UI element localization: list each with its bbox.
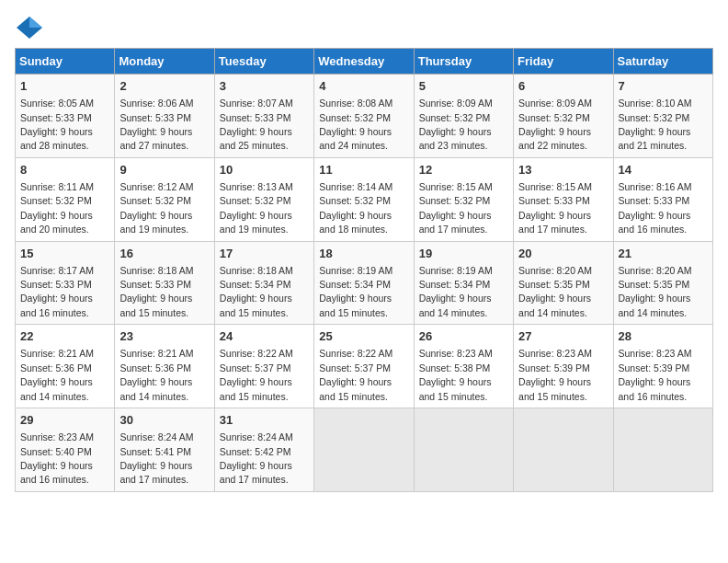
day-info: Sunrise: 8:08 AMSunset: 5:32 PMDaylight:… [319,98,392,151]
day-number: 29 [20,412,109,429]
calendar-cell: 19 Sunrise: 8:19 AMSunset: 5:34 PMDaylig… [414,241,513,325]
day-number: 20 [518,246,608,262]
calendar-cell [514,408,613,492]
calendar-cell: 20 Sunrise: 8:20 AMSunset: 5:35 PMDaylig… [514,241,613,325]
day-info: Sunrise: 8:21 AMSunset: 5:36 PMDaylight:… [20,348,94,401]
day-info: Sunrise: 8:09 AMSunset: 5:32 PMDaylight:… [518,98,592,151]
calendar-cell: 28 Sunrise: 8:23 AMSunset: 5:39 PMDaylig… [613,325,712,408]
day-number: 31 [220,412,309,429]
day-number: 10 [220,162,309,178]
calendar-cell: 24 Sunrise: 8:22 AMSunset: 5:37 PMDaylig… [214,325,313,408]
day-info: Sunrise: 8:20 AMSunset: 5:35 PMDaylight:… [619,265,692,318]
day-info: Sunrise: 8:13 AMSunset: 5:32 PMDaylight:… [220,181,293,235]
day-number: 30 [119,412,209,429]
calendar-table: SundayMondayTuesdayWednesdayThursdayFrid… [15,48,713,492]
day-info: Sunrise: 8:15 AMSunset: 5:33 PMDaylight:… [518,181,592,235]
weekday-header-sunday: Sunday [16,49,115,75]
day-info: Sunrise: 8:23 AMSunset: 5:38 PMDaylight:… [419,348,493,401]
calendar-cell: 26 Sunrise: 8:23 AMSunset: 5:38 PMDaylig… [414,325,513,408]
calendar-cell: 3 Sunrise: 8:07 AMSunset: 5:33 PMDayligh… [214,75,313,158]
weekday-header-monday: Monday [115,49,214,75]
day-info: Sunrise: 8:23 AMSunset: 5:39 PMDaylight:… [518,348,592,401]
day-number: 2 [119,78,209,95]
day-number: 13 [518,162,608,178]
calendar-cell [314,408,414,492]
day-info: Sunrise: 8:20 AMSunset: 5:35 PMDaylight:… [518,265,592,318]
calendar-body: 1 Sunrise: 8:05 AMSunset: 5:33 PMDayligh… [16,75,713,492]
day-number: 12 [419,162,508,178]
week-row-1: 1 Sunrise: 8:05 AMSunset: 5:33 PMDayligh… [16,75,713,158]
calendar-cell: 10 Sunrise: 8:13 AMSunset: 5:32 PMDaylig… [214,157,313,241]
calendar-cell: 13 Sunrise: 8:15 AMSunset: 5:33 PMDaylig… [514,157,613,241]
day-number: 16 [119,246,209,262]
day-number: 5 [419,78,508,95]
weekday-header-wednesday: Wednesday [314,49,414,75]
day-number: 4 [319,78,408,95]
calendar-cell [613,408,712,492]
week-row-3: 15 Sunrise: 8:17 AMSunset: 5:33 PMDaylig… [16,241,713,325]
calendar-cell: 4 Sunrise: 8:08 AMSunset: 5:32 PMDayligh… [314,75,414,158]
calendar-cell: 5 Sunrise: 8:09 AMSunset: 5:32 PMDayligh… [414,75,513,158]
calendar-cell: 9 Sunrise: 8:12 AMSunset: 5:32 PMDayligh… [115,157,214,241]
day-info: Sunrise: 8:06 AMSunset: 5:33 PMDaylight:… [119,98,193,151]
calendar-cell: 31 Sunrise: 8:24 AMSunset: 5:42 PMDaylig… [214,408,313,492]
calendar-cell: 25 Sunrise: 8:22 AMSunset: 5:37 PMDaylig… [314,325,414,408]
calendar-cell: 14 Sunrise: 8:16 AMSunset: 5:33 PMDaylig… [613,157,712,241]
day-info: Sunrise: 8:24 AMSunset: 5:42 PMDaylight:… [220,431,293,485]
weekday-row: SundayMondayTuesdayWednesdayThursdayFrid… [16,49,713,75]
day-number: 14 [619,162,708,178]
day-number: 21 [619,246,708,262]
calendar-cell: 17 Sunrise: 8:18 AMSunset: 5:34 PMDaylig… [214,241,313,325]
day-number: 15 [20,246,109,262]
calendar-cell: 30 Sunrise: 8:24 AMSunset: 5:41 PMDaylig… [115,408,214,492]
day-number: 23 [119,328,209,345]
day-info: Sunrise: 8:07 AMSunset: 5:33 PMDaylight:… [220,98,293,151]
calendar-cell [414,408,513,492]
calendar-cell: 22 Sunrise: 8:21 AMSunset: 5:36 PMDaylig… [16,325,115,408]
calendar-cell: 7 Sunrise: 8:10 AMSunset: 5:32 PMDayligh… [613,75,712,158]
day-info: Sunrise: 8:19 AMSunset: 5:34 PMDaylight:… [319,265,392,318]
day-number: 8 [20,162,109,178]
day-number: 18 [319,246,408,262]
calendar-cell: 21 Sunrise: 8:20 AMSunset: 5:35 PMDaylig… [613,241,712,325]
day-info: Sunrise: 8:17 AMSunset: 5:33 PMDaylight:… [20,265,94,318]
calendar-cell: 16 Sunrise: 8:18 AMSunset: 5:33 PMDaylig… [115,241,214,325]
calendar-cell: 8 Sunrise: 8:11 AMSunset: 5:32 PMDayligh… [16,157,115,241]
day-number: 28 [619,328,708,345]
day-info: Sunrise: 8:19 AMSunset: 5:34 PMDaylight:… [419,265,493,318]
weekday-header-saturday: Saturday [613,49,712,75]
day-info: Sunrise: 8:11 AMSunset: 5:32 PMDaylight:… [20,181,94,235]
day-info: Sunrise: 8:18 AMSunset: 5:33 PMDaylight:… [119,265,193,318]
day-info: Sunrise: 8:09 AMSunset: 5:32 PMDaylight:… [419,98,493,151]
calendar-cell: 12 Sunrise: 8:15 AMSunset: 5:32 PMDaylig… [414,157,513,241]
day-number: 7 [619,78,708,95]
day-info: Sunrise: 8:24 AMSunset: 5:41 PMDaylight:… [119,431,193,485]
calendar-cell: 11 Sunrise: 8:14 AMSunset: 5:32 PMDaylig… [314,157,414,241]
week-row-4: 22 Sunrise: 8:21 AMSunset: 5:36 PMDaylig… [16,325,713,408]
day-number: 17 [220,246,309,262]
calendar-cell: 6 Sunrise: 8:09 AMSunset: 5:32 PMDayligh… [514,75,613,158]
calendar-cell: 29 Sunrise: 8:23 AMSunset: 5:40 PMDaylig… [16,408,115,492]
page-header [15,15,713,40]
day-info: Sunrise: 8:18 AMSunset: 5:34 PMDaylight:… [220,265,293,318]
day-number: 6 [518,78,608,95]
day-number: 25 [319,328,408,345]
day-number: 26 [419,328,508,345]
calendar-header: SundayMondayTuesdayWednesdayThursdayFrid… [16,49,713,75]
calendar-cell: 23 Sunrise: 8:21 AMSunset: 5:36 PMDaylig… [115,325,214,408]
svg-marker-1 [29,17,42,28]
calendar-cell: 15 Sunrise: 8:17 AMSunset: 5:33 PMDaylig… [16,241,115,325]
day-number: 22 [20,328,109,345]
day-number: 9 [119,162,209,178]
day-info: Sunrise: 8:10 AMSunset: 5:32 PMDaylight:… [619,98,692,151]
day-info: Sunrise: 8:12 AMSunset: 5:32 PMDaylight:… [119,181,193,235]
logo-icon [15,15,44,40]
day-info: Sunrise: 8:21 AMSunset: 5:36 PMDaylight:… [119,348,193,401]
day-number: 24 [220,328,309,345]
weekday-header-friday: Friday [514,49,613,75]
week-row-5: 29 Sunrise: 8:23 AMSunset: 5:40 PMDaylig… [16,408,713,492]
day-info: Sunrise: 8:22 AMSunset: 5:37 PMDaylight:… [220,348,293,401]
calendar-cell: 27 Sunrise: 8:23 AMSunset: 5:39 PMDaylig… [514,325,613,408]
day-info: Sunrise: 8:05 AMSunset: 5:33 PMDaylight:… [20,98,94,151]
day-info: Sunrise: 8:23 AMSunset: 5:39 PMDaylight:… [619,348,692,401]
